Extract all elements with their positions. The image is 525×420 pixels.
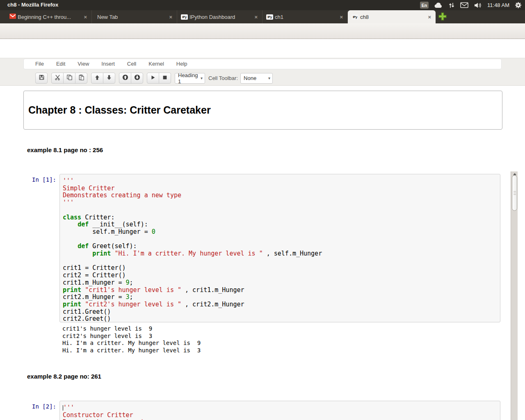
save-button[interactable] xyxy=(35,73,48,84)
code-input-area[interactable]: '''Constructor CritterDemonstrates const… xyxy=(59,401,500,420)
tab-new-tab[interactable]: New Tab × xyxy=(92,10,177,23)
scrollbar-thumb[interactable] xyxy=(512,175,517,211)
scissors-icon xyxy=(55,74,61,82)
insert-cell-below-button[interactable] xyxy=(131,73,143,84)
input-prompt: In [2]: xyxy=(32,403,56,410)
clock[interactable]: 11:48 AM xyxy=(487,2,509,8)
arrow-up-icon xyxy=(94,75,100,82)
menu-help[interactable]: Help xyxy=(170,59,194,69)
menu-toolbar-band: File Edit View Insert Cell Kernel Help xyxy=(0,58,525,86)
menu-view[interactable]: View xyxy=(71,59,95,69)
output-area: crit1's hunger level is 9crit2's hunger … xyxy=(62,325,201,354)
gear-icon[interactable] xyxy=(515,2,522,9)
menu-edit[interactable]: Edit xyxy=(50,59,71,69)
cloud-icon[interactable] xyxy=(434,2,443,9)
ipython-favicon-icon: IPy xyxy=(266,14,273,20)
tab-beginning-cpp[interactable]: Beginning C++ throu... × xyxy=(6,10,92,23)
move-cell-up-button[interactable] xyxy=(91,73,103,84)
menu-file[interactable]: File xyxy=(29,59,50,69)
chevron-down-icon: ▾ xyxy=(266,76,270,80)
top-panel: ch8 - Mozilla Firefox En 11:48 AM xyxy=(0,0,525,10)
scrollbar-track[interactable] xyxy=(511,171,518,420)
cut-cell-button[interactable] xyxy=(51,73,64,84)
interrupt-kernel-button[interactable] xyxy=(159,73,171,84)
input-prompt: In [1]: xyxy=(32,176,56,183)
tab-close-button[interactable]: × xyxy=(339,14,344,20)
arrow-down-icon xyxy=(106,75,112,82)
tab-ipython-dashboard[interactable]: IPy IPython Dashboard × xyxy=(177,10,262,23)
tab-close-button[interactable]: × xyxy=(83,14,88,20)
insert-cell-above-button[interactable] xyxy=(119,73,131,84)
tab-label: ch1 xyxy=(275,14,337,20)
floppy-icon xyxy=(39,74,45,82)
heading-cell-selected[interactable]: Chapter 8 : Classes: Critter Caretaker xyxy=(23,91,502,130)
tab-close-button[interactable]: × xyxy=(427,14,432,20)
move-cell-down-button[interactable] xyxy=(103,73,115,84)
menu-cell[interactable]: Cell xyxy=(121,59,142,69)
ipython-favicon-icon: IPy xyxy=(181,14,188,20)
play-icon xyxy=(150,75,156,82)
tab-bar: Beginning C++ throu... × New Tab × IPy I… xyxy=(0,10,525,23)
menu-insert[interactable]: Insert xyxy=(95,59,121,69)
gmail-favicon-icon xyxy=(9,14,16,20)
tab-label: ch8 xyxy=(360,14,425,20)
cell-type-select[interactable]: Heading 1▾ xyxy=(175,73,205,84)
code-input-area[interactable]: '''Simple CritterDemonstrates creating a… xyxy=(59,174,500,322)
tab-ch1[interactable]: IPy ch1 × xyxy=(262,10,348,23)
cell-toolbar-label: Cell Toolbar: xyxy=(208,75,238,81)
run-cell-button[interactable] xyxy=(147,73,159,84)
example-2-heading[interactable]: example 8.2 page no: 261 xyxy=(27,373,101,380)
notebook-header: IP[y]: Notebook ch8 (autosaved) xyxy=(0,39,525,58)
copy-icon xyxy=(66,74,73,82)
new-tab-button[interactable] xyxy=(438,12,447,23)
window-title: ch8 - Mozilla Firefox xyxy=(7,2,58,8)
tab-close-button[interactable]: × xyxy=(253,14,258,20)
menu-kernel[interactable]: Kernel xyxy=(142,59,170,69)
menubar: File Edit View Insert Cell Kernel Help xyxy=(23,59,502,69)
chevron-down-icon: ▾ xyxy=(198,76,203,80)
stop-icon xyxy=(162,75,168,82)
circle-arrow-down-icon xyxy=(134,74,140,82)
ipython-favicon-icon: IPy xyxy=(352,14,358,20)
keyboard-indicator[interactable]: En xyxy=(420,2,429,9)
example-1-heading[interactable]: example 8.1 page no : 256 xyxy=(27,146,103,153)
sync-arrows-icon[interactable] xyxy=(448,2,455,9)
mail-icon[interactable] xyxy=(460,2,468,8)
chapter-title: Chapter 8 : Classes: Critter Caretaker xyxy=(28,104,211,116)
tab-label: IPython Dashboard xyxy=(189,14,252,20)
tab-close-button[interactable]: × xyxy=(168,14,173,20)
volume-icon[interactable] xyxy=(474,2,482,9)
notebook-content: Chapter 8 : Classes: Critter Caretaker e… xyxy=(0,86,525,420)
tab-label: New Tab xyxy=(97,14,167,20)
clipboard-paste-icon xyxy=(78,74,84,82)
circle-arrow-up-icon xyxy=(122,74,128,82)
cell-toolbar-select[interactable]: None▾ xyxy=(240,73,273,84)
notebook-toolbar: Heading 1▾ Cell Toolbar: None▾ xyxy=(35,73,273,84)
tab-label: Beginning C++ throu... xyxy=(18,14,81,20)
paste-cell-button[interactable] xyxy=(75,73,87,84)
tab-ch8-active[interactable]: IPy ch8 × xyxy=(348,10,436,23)
nav-toolbar: 127.0.0.1:8889/db0c723d-241e-4bbf-a7d2-6… xyxy=(0,23,525,39)
copy-cell-button[interactable] xyxy=(63,73,75,84)
screen: ch8 - Mozilla Firefox En 11:48 AM xyxy=(0,0,525,420)
